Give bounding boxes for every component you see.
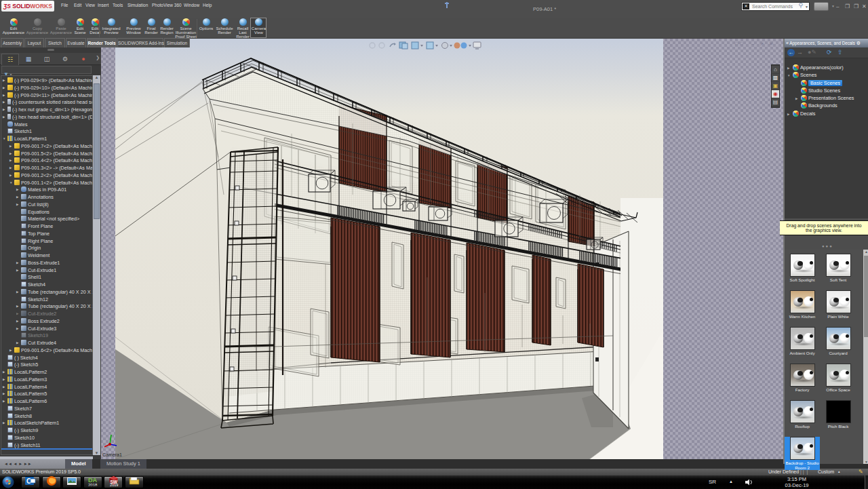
svg-text:2019: 2019 — [110, 483, 118, 486]
svg-text:2018: 2018 — [88, 483, 98, 486]
